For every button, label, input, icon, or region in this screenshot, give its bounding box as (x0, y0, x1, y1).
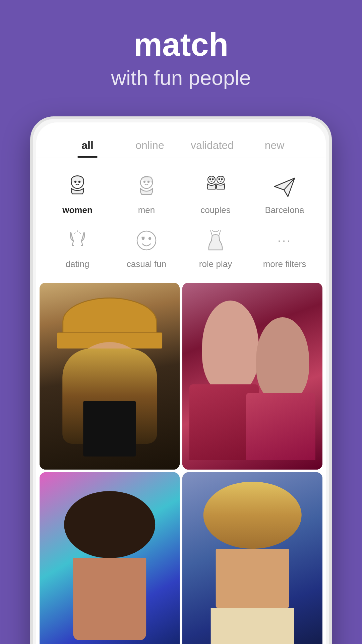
filter-grid: women men (36, 158, 326, 279)
roleplay-label: role play (199, 259, 232, 269)
tab-bar: all online validated new (36, 122, 326, 158)
dress-icon (200, 225, 231, 256)
filter-more[interactable]: ··· more filters (250, 219, 319, 273)
filter-location[interactable]: Barcelona (250, 165, 319, 219)
tab-new[interactable]: new (243, 132, 306, 158)
filter-roleplay[interactable]: role play (181, 219, 250, 273)
svg-point-4 (144, 181, 145, 182)
tab-all[interactable]: all (56, 132, 119, 158)
filter-casual[interactable]: casual fun (112, 219, 181, 273)
svg-point-10 (219, 178, 220, 179)
svg-point-14 (149, 237, 151, 239)
profile-card-1[interactable] (40, 283, 180, 470)
woman-icon (62, 171, 93, 202)
couples-label: couples (200, 205, 231, 215)
svg-point-1 (75, 181, 76, 182)
tab-online[interactable]: online (119, 132, 181, 158)
phone-mockup: all online validated new (30, 116, 332, 644)
filter-dating[interactable]: dating (43, 219, 112, 273)
casual-label: casual fun (127, 259, 167, 269)
svg-point-12 (137, 231, 156, 250)
svg-point-11 (222, 178, 223, 179)
location-icon (269, 171, 300, 202)
women-label: women (62, 205, 93, 215)
filter-couples[interactable]: couples (181, 165, 250, 219)
svg-point-13 (142, 237, 144, 239)
svg-point-5 (148, 181, 149, 182)
profile-card-3[interactable] (40, 472, 180, 644)
phone-screen: all online validated new (36, 122, 326, 644)
more-filters-label: more filters (263, 259, 306, 269)
svg-point-8 (213, 178, 214, 179)
barcelona-label: Barcelona (265, 205, 304, 215)
svg-point-7 (210, 178, 211, 179)
header-section: match with fun people (0, 0, 362, 110)
filter-men[interactable]: men (112, 165, 181, 219)
men-label: men (138, 205, 155, 215)
dating-label: dating (66, 259, 89, 269)
photo-grid (36, 279, 326, 644)
filter-women[interactable]: women (43, 165, 112, 219)
tab-validated[interactable]: validated (181, 132, 243, 158)
header-subtitle: with fun people (13, 66, 349, 90)
header-title: match (13, 27, 349, 62)
svg-point-2 (79, 181, 80, 182)
more-dots-icon: ··· (269, 225, 300, 256)
profile-card-2[interactable] (182, 283, 322, 470)
profile-card-4[interactable] (182, 472, 322, 644)
champagne-icon (62, 225, 93, 256)
man-icon (131, 171, 162, 202)
smiley-icon (131, 225, 162, 256)
couple-icon (200, 171, 231, 202)
